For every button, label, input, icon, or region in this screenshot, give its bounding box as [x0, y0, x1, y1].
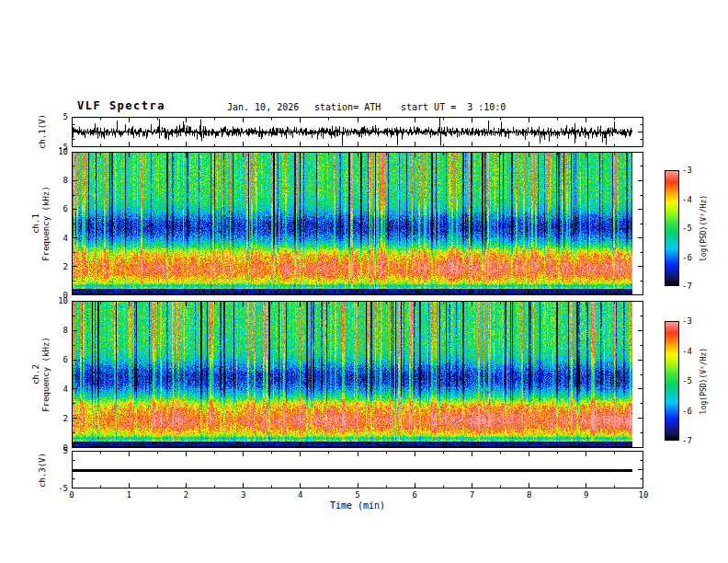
time-tick-label: 4: [287, 490, 314, 500]
frequency-tick-label: 6: [39, 204, 68, 213]
ch1-waveform-plot: [72, 117, 643, 147]
psd-tick-label: -6: [682, 407, 692, 416]
colorbar-ch1: [665, 170, 679, 286]
voltage-tick-label: -5: [39, 484, 68, 493]
psd-tick-label: -3: [682, 316, 692, 326]
colorbar-ch2-label: log(PSD)(V²/Hz): [700, 348, 708, 414]
frequency-tick-label: 2: [39, 262, 68, 271]
psd-tick-label: -5: [682, 224, 692, 233]
colorbar-ch1-label: log(PSD)(V²/Hz): [700, 195, 708, 261]
time-tick-label: 1: [115, 490, 142, 500]
time-tick-label: 10: [630, 490, 657, 500]
station-label: station= ATH: [314, 102, 381, 112]
start-ut-label: start UT = 3 :10:0: [401, 102, 506, 112]
time-tick-label: 7: [458, 490, 485, 500]
time-axis-label: Time (min): [330, 500, 385, 511]
psd-tick-label: -7: [682, 282, 692, 291]
frequency-tick-label: 8: [39, 326, 68, 335]
frequency-tick-label: 4: [39, 234, 68, 243]
figure-title: VLF Spectra: [77, 99, 165, 112]
ch3-waveform-plot: [72, 451, 643, 488]
time-tick-label: 6: [401, 490, 428, 500]
frequency-axis-label-text: Frequency (kHz): [41, 186, 51, 260]
ch2-frequency-axis-label: ch.2 Frequency (kHz): [31, 337, 51, 411]
frequency-tick-label: 6: [39, 355, 68, 364]
time-tick-label: 2: [172, 490, 199, 500]
time-tick-label: 5: [344, 490, 371, 500]
psd-tick-label: -7: [682, 436, 692, 445]
psd-tick-label: -4: [682, 347, 692, 356]
channel-label: ch.1: [31, 186, 41, 260]
ch1-frequency-axis-label: ch.1 Frequency (kHz): [31, 186, 51, 260]
psd-tick-label: -4: [682, 195, 692, 204]
vlf-spectra-figure: VLF Spectra Jan. 10, 2026 station= ATH s…: [0, 0, 728, 563]
date-label: Jan. 10, 2026: [227, 102, 299, 112]
voltage-tick-label: 5: [39, 446, 68, 455]
time-tick-label: 9: [573, 490, 600, 500]
ch3-voltage-axis-label: ch.3(V): [38, 453, 47, 488]
time-tick-label: 8: [516, 490, 543, 500]
psd-tick-label: -6: [682, 253, 692, 262]
frequency-tick-label: 10: [39, 296, 68, 305]
psd-tick-label: -5: [682, 376, 692, 385]
frequency-tick-label: 8: [39, 176, 68, 185]
frequency-tick-label: 2: [39, 414, 68, 423]
frequency-axis-label-text: Frequency (kHz): [41, 337, 51, 411]
psd-tick-label: -3: [682, 166, 692, 175]
channel-label: ch.2: [31, 337, 41, 411]
colorbar-ch2: [665, 321, 679, 441]
time-tick-label: 3: [230, 490, 257, 500]
ch1-spectrogram-plot: [72, 152, 643, 295]
ch2-spectrogram-plot: [72, 301, 643, 448]
frequency-tick-label: 4: [39, 385, 68, 394]
voltage-tick-label: 5: [39, 112, 68, 121]
voltage-tick-label: -5: [39, 143, 68, 152]
